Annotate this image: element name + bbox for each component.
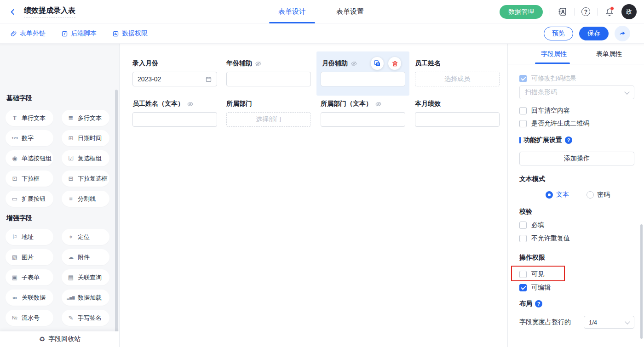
pill-label: 关联查询	[78, 273, 102, 282]
field-label-employee-name: 员工姓名	[415, 60, 441, 67]
checkbox-group-icon	[67, 155, 75, 161]
field-palette-sidebar: 基础字段 单行文本 多行文本 数字 日期时间 单选按钮组 复选框组 下拉框 下拉…	[0, 44, 120, 347]
panel-tabs: 字段属性 表单属性	[508, 44, 644, 64]
layout-title: 布局	[519, 300, 542, 307]
field-pill-relation-query[interactable]: 关联查询	[62, 269, 109, 285]
field-label-month-performance: 本月绩效	[415, 100, 441, 108]
scan-result-editable-checkbox	[519, 75, 527, 82]
field-pill-checkbox-group[interactable]: 复选框组	[62, 150, 109, 166]
relation-query-icon	[67, 274, 75, 280]
year-helper-input[interactable]	[226, 72, 311, 86]
no-duplicate-label: 不允许重复值	[531, 234, 570, 243]
panel-tab-underline	[535, 63, 570, 64]
preview-button[interactable]: 预览	[544, 27, 573, 40]
save-button[interactable]: 保存	[579, 27, 609, 40]
field-pill-address[interactable]: 地址	[6, 229, 53, 245]
trash-icon	[391, 60, 398, 67]
tab-form-settings[interactable]: 表单设置	[327, 0, 373, 23]
editable-checkbox[interactable]	[519, 284, 527, 291]
help-question-icon[interactable]	[565, 137, 572, 144]
divider	[550, 8, 550, 16]
form-canvas[interactable]	[120, 44, 507, 347]
location-icon	[67, 234, 75, 240]
form-external-link[interactable]: 表单外链	[10, 29, 46, 38]
required-label: 必填	[531, 221, 544, 229]
text-mode-radio-text[interactable]	[546, 191, 553, 199]
eye-off-icon	[375, 101, 382, 108]
pill-label: 扩展按钮	[22, 195, 46, 203]
allow-qrcode-checkbox[interactable]	[519, 120, 527, 127]
employee-name-picker[interactable]: 选择成员	[415, 72, 500, 86]
form-title[interactable]: 绩效提成录入表	[24, 6, 75, 17]
field-recycle-bin[interactable]: 字段回收站	[0, 331, 120, 347]
field-label-entry-month: 录入月份	[132, 60, 158, 67]
field-pill-subform[interactable]: 子表单	[6, 269, 53, 285]
form-designer-app: 绩效提成录入表 表单设计 表单设置 数据管理 政	[0, 0, 644, 347]
month-helper-input[interactable]	[321, 72, 405, 86]
copy-field-button[interactable]	[371, 57, 384, 70]
field-pill-datetime[interactable]: 日期时间	[62, 130, 109, 146]
scan-result-editable-row: 可修改扫码结果	[519, 74, 576, 82]
panel-scrollbar[interactable]	[640, 224, 643, 339]
share-button[interactable]	[615, 26, 630, 41]
field-label-department: 所属部门	[226, 100, 252, 108]
pill-label: 关联数据	[22, 294, 46, 302]
pill-label: 附件	[78, 253, 90, 262]
visible-checkbox[interactable]	[519, 271, 527, 278]
notification-bell-icon[interactable]	[604, 7, 615, 17]
pill-label: 多行文本	[78, 114, 102, 122]
multi-dropdown-icon	[67, 176, 75, 182]
delete-field-button[interactable]	[388, 57, 401, 70]
field-pill-number[interactable]: 数字	[6, 130, 53, 146]
tab-field-properties[interactable]: 字段属性	[533, 44, 575, 64]
picker-placeholder: 选择成员	[444, 75, 470, 83]
tab-form-properties[interactable]: 表单属性	[588, 44, 630, 64]
multi-line-text-icon	[67, 115, 75, 121]
field-pill-image[interactable]: 图片	[6, 249, 53, 265]
field-pill-location[interactable]: 定位	[62, 229, 109, 245]
sidebar-scrollbar[interactable]	[115, 90, 118, 347]
data-manage-button[interactable]: 数据管理	[500, 5, 543, 19]
share-arrow-icon	[619, 30, 626, 37]
pill-label: 数字	[22, 134, 34, 142]
user-avatar[interactable]: 政	[621, 4, 637, 19]
field-pill-multi-dropdown[interactable]: 下拉复选框	[62, 171, 109, 187]
add-action-button[interactable]: 添加操作	[519, 152, 634, 165]
tab-form-design[interactable]: 表单设计	[269, 0, 315, 23]
pen-icon	[67, 315, 75, 321]
text-mode-radio-password[interactable]	[586, 191, 594, 199]
field-pill-multi-line-text[interactable]: 多行文本	[62, 110, 109, 126]
required-checkbox[interactable]	[519, 222, 527, 229]
pill-label: 地址	[22, 233, 34, 241]
field-width-select[interactable]: 1/4	[584, 316, 634, 329]
department-picker[interactable]: 选择部门	[226, 112, 311, 127]
field-pill-single-line-text[interactable]: 单行文本	[6, 110, 53, 126]
department-text-input[interactable]	[321, 112, 405, 127]
divider	[574, 8, 575, 16]
field-pill-attachment[interactable]: 附件	[62, 249, 109, 265]
editable-label: 可编辑	[531, 284, 551, 292]
field-pill-signature[interactable]: 手写签名	[62, 310, 109, 326]
no-duplicate-checkbox[interactable]	[519, 235, 527, 242]
field-pill-relation-data[interactable]: 关联数据	[6, 290, 53, 306]
employee-name-text-input[interactable]	[132, 112, 217, 127]
field-pill-radio-group[interactable]: 单选按钮组	[6, 150, 53, 166]
entry-month-input[interactable]: 2023-02	[132, 72, 217, 86]
field-pill-dropdown[interactable]: 下拉框	[6, 171, 53, 187]
back-icon[interactable]	[9, 7, 18, 17]
field-pill-extend-button[interactable]: 扩展按钮	[6, 191, 53, 207]
property-panel: 字段属性 表单属性 可修改扫码结果 扫描条形码 回车清空内容 是否允许生成二维码…	[507, 44, 644, 347]
pill-label: 下拉框	[22, 175, 40, 183]
data-permission-link[interactable]: 数据权限	[112, 29, 148, 38]
field-pill-data-load[interactable]: 数据加载	[62, 290, 109, 306]
help-icon[interactable]	[581, 7, 590, 16]
field-pill-divider-line[interactable]: 分割线	[62, 191, 109, 207]
backend-script-link[interactable]: 后端脚本	[61, 29, 97, 38]
help-question-icon[interactable]	[535, 300, 542, 307]
clear-on-enter-checkbox[interactable]	[519, 107, 527, 114]
calendar-icon	[67, 135, 75, 141]
month-performance-input[interactable]	[415, 112, 500, 127]
field-pill-serial-number[interactable]: 流水号	[6, 310, 53, 326]
contact-book-icon[interactable]	[557, 7, 567, 17]
divider-line-icon	[67, 196, 75, 202]
